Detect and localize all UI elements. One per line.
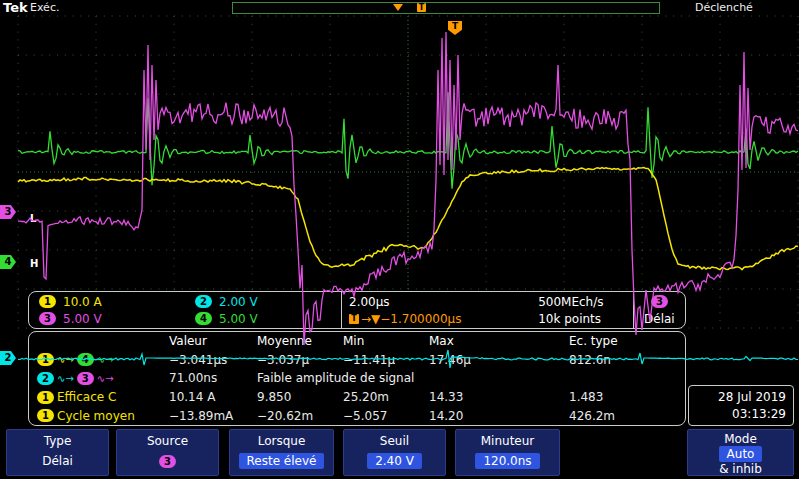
ch3-scale-value: 5.00 V xyxy=(63,312,102,326)
meas-row-delay23-label: 2 ∿→ 3 ∿→ xyxy=(29,372,169,385)
meas-header-max: Max xyxy=(429,334,569,348)
bottom-menu-bar: Type Délai Source 3 Lorsque Reste élevé … xyxy=(0,427,799,479)
ch2-scale-value: 2.00 V xyxy=(219,295,258,309)
meas-row-delay14-max: 17.46µ xyxy=(429,353,569,367)
meas-row-delay14-label: 1 ∿→ 4 ∿→ xyxy=(29,353,169,366)
horizontal-readout: 2.00µs T →▼ −1.700000µs xyxy=(341,292,538,328)
timebase-value: 2.00µs xyxy=(349,293,538,310)
trigger-position-value: −1.700000µs xyxy=(380,312,461,326)
trigger-arrow-icon: →▼ xyxy=(361,312,380,326)
menu-minuteur-button[interactable]: Minuteur 120.0ns xyxy=(455,429,560,476)
waveform-glyph-icon: ∿→ xyxy=(97,373,114,384)
time-value: 03:13:29 xyxy=(689,406,786,423)
menu-source-label: Source xyxy=(117,434,218,448)
menu-lorsque-button[interactable]: Lorsque Reste élevé xyxy=(229,429,334,476)
high-level-label: H xyxy=(30,258,38,269)
datetime-box: 28 Jul 2019 03:13:29 xyxy=(688,385,794,426)
menu-minuteur-value: 120.0ns xyxy=(475,453,539,469)
ch1-badge: 1 xyxy=(39,295,56,308)
meas-row-meancycle-label: 1 Cycle moyen xyxy=(29,409,169,423)
meas-row-rms-max: 14.33 xyxy=(429,390,569,404)
ch4-scale-value: 5.00 V xyxy=(219,312,258,326)
ch3-badge: 3 xyxy=(39,312,56,325)
ch1-badge: 1 xyxy=(37,391,54,404)
menu-source-badge: 3 xyxy=(159,455,176,468)
ch4-badge: 4 xyxy=(77,353,94,366)
menu-type-value: Délai xyxy=(42,454,73,468)
meas-row-rms-min: 25.20m xyxy=(343,390,429,404)
trigger-source-badge: 3 xyxy=(651,295,668,308)
menu-type-label: Type xyxy=(7,434,108,448)
record-position-bar: T xyxy=(232,2,660,14)
meas-name: Cycle moyen xyxy=(57,409,135,423)
menu-lorsque-value: Reste élevé xyxy=(239,453,325,469)
meas-row-delay14-ectype: 812.6n xyxy=(569,353,685,367)
meas-row-meancycle-min: −5.057 xyxy=(343,409,429,423)
menu-type-button[interactable]: Type Délai xyxy=(6,429,109,476)
ch1-scale: 1 10.0 A xyxy=(29,295,185,309)
ch1-scale-value: 10.0 A xyxy=(63,295,102,309)
ch1-badge: 1 xyxy=(37,409,54,422)
ch2-badge: 2 xyxy=(37,372,54,385)
trigger-source-readout: 3 Délai xyxy=(633,292,685,328)
acquisition-status: Exéc. xyxy=(30,1,59,14)
meas-row-delay14-min: −11.41µ xyxy=(343,353,429,367)
waveform-glyph-icon: ∿→ xyxy=(97,354,114,365)
record-length: 10k points xyxy=(538,310,633,327)
trigger-status: Déclenché xyxy=(695,1,753,14)
menu-mode-label: Mode xyxy=(688,432,793,446)
meas-row-rms-label: 1 Efficace C xyxy=(29,390,169,404)
menu-lorsque-label: Lorsque xyxy=(230,434,333,448)
meas-row-meancycle-valeur: −13.89mA xyxy=(169,409,257,423)
meas-name: Efficace C xyxy=(57,390,116,404)
low-level-label: L xyxy=(30,213,36,224)
waveform-glyph-icon: ∿→ xyxy=(57,354,74,365)
trigger-position-triangle-icon xyxy=(393,4,403,11)
ch3-badge: 3 xyxy=(77,372,94,385)
meas-row-meancycle-max: 14.20 xyxy=(429,409,569,423)
meas-row-rms-valeur: 10.14 A xyxy=(169,390,257,404)
date-value: 28 Jul 2019 xyxy=(689,389,786,406)
meas-header-min: Min xyxy=(343,334,429,348)
menu-mode-subvalue: & inhib xyxy=(688,462,793,476)
trigger-t-icon: T xyxy=(349,314,359,324)
menu-minuteur-label: Minuteur xyxy=(456,434,559,448)
meas-header-valeur: Valeur xyxy=(169,334,257,348)
menu-source-button[interactable]: Source 3 xyxy=(116,429,219,476)
menu-mode-value: Auto xyxy=(719,446,763,462)
meas-row-delay23-valeur: 71.00ns xyxy=(169,371,257,385)
ch2-badge: 2 xyxy=(195,295,212,308)
trigger-type: Délai xyxy=(644,310,675,327)
menu-mode-button[interactable]: Mode Auto & inhib xyxy=(687,429,794,476)
meas-row-delay14-moyenne: −3.037µ xyxy=(257,353,343,367)
ch4-scale: 4 5.00 V xyxy=(185,312,341,326)
ch2-scale: 2 2.00 V xyxy=(185,295,341,309)
meas-row-delay14-valeur: −3.041µs xyxy=(169,353,257,367)
meas-row-meancycle-moyenne: −20.62m xyxy=(257,409,343,423)
menu-seuil-button[interactable]: Seuil 2.40 V xyxy=(343,429,446,476)
menu-seuil-label: Seuil xyxy=(344,434,445,448)
readout-bar: 1 10.0 A 2 2.00 V 3 5.00 V 4 5.00 V xyxy=(28,291,686,329)
measurement-table: Valeur Moyenne Min Max Ec. type 1 ∿→ 4 ∿… xyxy=(28,331,686,426)
channel-scales: 1 10.0 A 2 2.00 V 3 5.00 V 4 5.00 V xyxy=(29,292,341,328)
top-status-bar: Tek Exéc. T Déclenché xyxy=(0,0,799,15)
ch1-badge: 1 xyxy=(37,353,54,366)
meas-header-moyenne: Moyenne xyxy=(257,334,343,348)
tek-logo: Tek xyxy=(3,0,28,15)
ch3-scale: 3 5.00 V xyxy=(29,312,185,326)
trigger-t-icon: T xyxy=(417,3,426,12)
trigger-position-readout: T →▼ −1.700000µs xyxy=(349,310,538,327)
waveform-glyph-icon: ∿→ xyxy=(57,373,74,384)
meas-row-meancycle-ectype: 426.2m xyxy=(569,409,685,423)
ch4-badge: 4 xyxy=(195,312,212,325)
acquisition-readout: 500MEch/s 10k points xyxy=(538,292,633,328)
menu-seuil-value: 2.40 V xyxy=(367,453,422,469)
sample-rate: 500MEch/s xyxy=(538,293,633,310)
meas-row-rms-moyenne: 9.850 xyxy=(257,390,343,404)
meas-row-rms-ectype: 1.483 xyxy=(569,390,685,404)
meas-row-delay23-message: Faible amplitude de signal xyxy=(257,371,685,385)
meas-header-ectype: Ec. type xyxy=(569,334,685,348)
oscilloscope-screen: Tek Exéc. T Déclenché 3 4 2 L H T 1 10.0… xyxy=(0,0,799,479)
